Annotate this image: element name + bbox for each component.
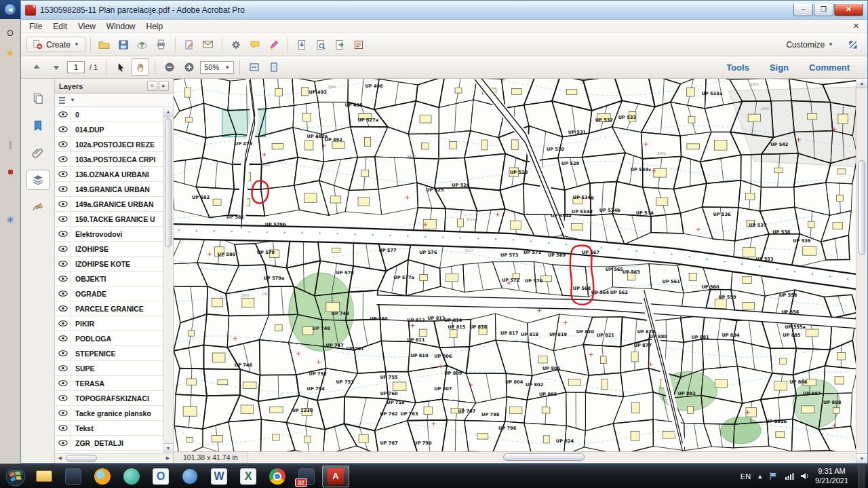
layers-options-icon[interactable] [58, 96, 68, 105]
layer-row[interactable]: 149.GRANICA URBAN [55, 182, 163, 197]
panel-menu-icon[interactable]: ▸ [159, 81, 169, 91]
fit-width-button[interactable] [245, 58, 263, 76]
layer-row[interactable]: Elektrovodovi [55, 227, 163, 242]
layer-row[interactable]: Tacke granice plansko [55, 406, 163, 421]
layer-row[interactable]: TOPOGRAFSKIZNACI [55, 391, 163, 406]
pane-link-tools[interactable]: Tools [726, 62, 749, 73]
hand-tool-button[interactable] [132, 58, 149, 76]
eye-visibility-icon[interactable] [55, 271, 71, 286]
page-number-input[interactable] [67, 61, 85, 73]
maximize-button[interactable]: ❐ [814, 4, 833, 16]
titlebar[interactable]: 1530598285-11 Plan parcelacije.pdf - Ado… [21, 1, 867, 20]
customize-button[interactable]: Customize ▼ [782, 38, 837, 52]
edit-button[interactable] [180, 36, 198, 54]
select-tool-button[interactable] [112, 58, 130, 76]
doc-download-button[interactable] [293, 36, 311, 54]
doc-export-button[interactable] [331, 36, 349, 54]
layers-scrollbar[interactable]: ▲ ▼ [163, 107, 173, 453]
close-button[interactable]: ✕ [834, 4, 863, 16]
layer-row[interactable]: IZOHIPSE [55, 242, 163, 257]
email-button[interactable] [199, 36, 217, 54]
next-page-button[interactable] [47, 58, 65, 76]
layer-row[interactable]: STEPENICE [55, 346, 163, 361]
eye-visibility-icon[interactable] [55, 197, 71, 211]
layer-row[interactable]: TERASA [55, 376, 163, 391]
gear-button[interactable] [227, 36, 245, 54]
eye-visibility-icon[interactable] [55, 436, 71, 450]
eye-visibility-icon[interactable] [55, 316, 71, 331]
taskbar-word[interactable]: W [205, 466, 233, 487]
eye-visibility-icon[interactable] [55, 212, 71, 226]
signatures-button[interactable] [26, 197, 50, 217]
page-thumbnails-button[interactable] [26, 88, 50, 109]
eye-visibility-icon[interactable] [55, 331, 71, 345]
volume-icon[interactable] [800, 472, 809, 480]
eye-visibility-icon[interactable] [55, 182, 71, 196]
layer-row[interactable]: OGRADE [55, 286, 163, 301]
taskbar-clock[interactable]: 9:31 AM 9/21/2021 [815, 467, 848, 485]
fit-page-button[interactable] [265, 58, 283, 76]
taskbar-explorer[interactable] [31, 466, 58, 487]
attachments-button[interactable] [26, 143, 50, 163]
vertical-scrollbar[interactable]: ▲ ▼ [856, 79, 867, 463]
menu-view[interactable]: View [73, 20, 101, 33]
layer-row[interactable]: 102a.POSTOJECI REZE [55, 137, 163, 152]
zoom-in-button[interactable] [180, 58, 198, 76]
eye-visibility-icon[interactable] [55, 346, 71, 360]
menu-window[interactable]: Window [101, 20, 141, 33]
taskbar-app-dark-1[interactable] [60, 466, 87, 487]
scroll-right-icon[interactable]: ▶ [163, 453, 173, 463]
scroll-down-icon[interactable]: ▼ [163, 443, 173, 453]
layer-row[interactable]: PIKIR [55, 316, 163, 331]
layer-row[interactable]: Tekst [55, 421, 163, 436]
layer-row[interactable]: 014.DUP [55, 122, 163, 137]
taskbar-chrome[interactable] [264, 466, 291, 487]
menu-edit[interactable]: Edit [47, 20, 73, 33]
eye-visibility-icon[interactable] [55, 406, 71, 420]
eye-visibility-icon[interactable] [55, 227, 71, 241]
layer-row[interactable]: 149a.GRANICE URBAN [55, 197, 163, 212]
create-button[interactable]: Create ▼ [26, 37, 85, 52]
eye-visibility-icon[interactable] [55, 301, 71, 316]
highlight-button[interactable] [265, 36, 283, 54]
taskbar-app-teal[interactable] [118, 466, 145, 487]
scroll-up-icon[interactable]: ▲ [856, 79, 867, 88]
layer-row[interactable]: SUPE [55, 361, 163, 376]
document-close-icon[interactable]: ✕ [853, 22, 865, 31]
scrollbar-thumb[interactable] [859, 160, 865, 255]
scrollbar-thumb[interactable] [66, 455, 97, 462]
parcel-map[interactable]: UP 493UP 496UP 495UP 527aUP 533aUP 533UP… [174, 79, 856, 451]
taskbar-app-blue[interactable] [176, 466, 203, 487]
zoom-out-button[interactable] [161, 58, 178, 76]
save-button[interactable] [115, 36, 132, 54]
doc-search-button[interactable] [312, 36, 330, 54]
eye-visibility-icon[interactable] [55, 137, 71, 151]
eye-visibility-icon[interactable] [55, 242, 71, 256]
cloud-upload-button[interactable] [134, 36, 151, 54]
favorites-star-icon[interactable]: ★ [0, 48, 20, 58]
network-icon[interactable] [785, 472, 794, 480]
eye-visibility-icon[interactable] [55, 167, 71, 181]
eye-visibility-icon[interactable] [55, 376, 71, 390]
scroll-up-icon[interactable]: ▲ [163, 107, 173, 117]
tray-language[interactable]: EN [741, 472, 751, 481]
collapse-panel-icon[interactable]: « [147, 81, 157, 91]
taskbar-outlook[interactable]: O [147, 466, 174, 487]
flag-icon[interactable] [769, 472, 778, 480]
pane-link-sign[interactable]: Sign [770, 62, 789, 73]
taskbar-excel[interactable]: X [235, 466, 262, 487]
chevron-down-icon[interactable]: ▼ [70, 97, 75, 103]
scrollbar-thumb[interactable] [165, 118, 172, 247]
layer-row[interactable]: 136.OZNAKA URBANI [55, 167, 163, 182]
layers-horizontal-scrollbar[interactable]: ◀ ▶ [55, 453, 173, 463]
eye-visibility-icon[interactable] [55, 361, 71, 375]
horizontal-scrollbar[interactable] [248, 452, 856, 463]
menu-help[interactable]: Help [141, 20, 169, 33]
layer-row[interactable]: 150.TACKE GRANICE U [55, 212, 163, 227]
show-desktop-button[interactable] [859, 464, 865, 488]
pdf-page[interactable]: UP 493UP 496UP 495UP 527aUP 533aUP 533UP… [174, 79, 856, 451]
layer-row[interactable]: PARCELE GRANICE [55, 301, 163, 316]
scrollbar-thumb[interactable] [503, 453, 585, 461]
layer-row[interactable]: 0 [55, 107, 163, 122]
taskbar-acrobat[interactable]: A [322, 466, 349, 487]
